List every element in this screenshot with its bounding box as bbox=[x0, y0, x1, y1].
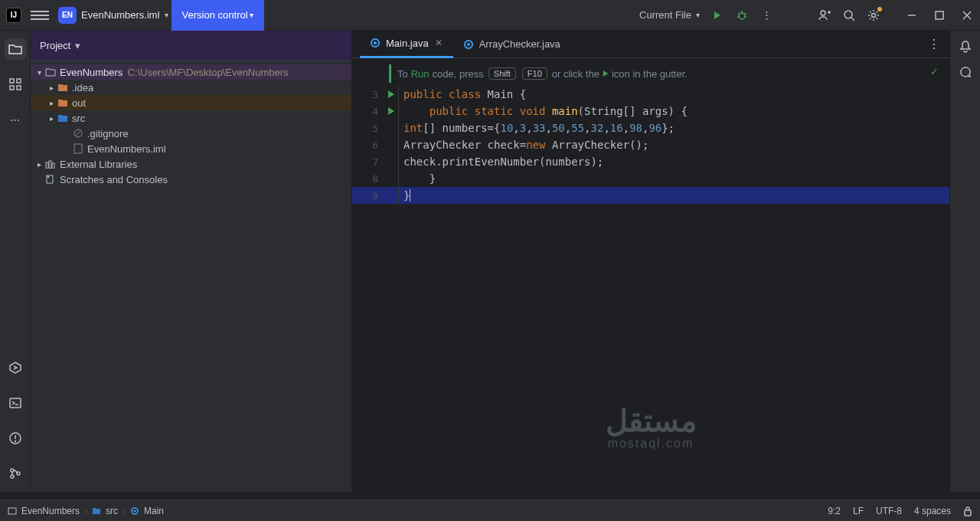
debug-button[interactable] bbox=[735, 8, 749, 22]
search-icon[interactable] bbox=[842, 8, 856, 22]
tab-arraychecker[interactable]: ArrayChecker.java bbox=[453, 31, 571, 58]
java-class-icon bbox=[464, 40, 473, 49]
code-editor[interactable]: 3public class Main { 4 public static voi… bbox=[352, 86, 949, 204]
run-button[interactable] bbox=[710, 8, 724, 22]
tree-src[interactable]: ▸ src bbox=[31, 110, 351, 126]
close-icon[interactable]: ✕ bbox=[435, 38, 443, 48]
notifications-icon[interactable] bbox=[959, 40, 972, 54]
chevron-down-icon[interactable]: ▾ bbox=[165, 11, 168, 19]
status-bar: EvenNumbers› src› Main 9:2 LF UTF-8 4 sp… bbox=[0, 500, 980, 521]
caret-position[interactable]: 9:2 bbox=[828, 506, 841, 516]
tree-iml[interactable]: EvenNumbers.iml bbox=[31, 141, 351, 156]
tree-root[interactable]: ▾ EvenNumbers C:\Users\MF\Desktop\EvenNu… bbox=[31, 64, 351, 80]
tree-out[interactable]: ▸ out bbox=[31, 95, 351, 110]
tabs-more-icon[interactable]: ⋮ bbox=[928, 37, 940, 51]
version-control-button[interactable]: Version control ▾ bbox=[172, 0, 264, 31]
tree-idea[interactable]: ▸ .idea bbox=[31, 80, 351, 95]
problems-tool-icon[interactable] bbox=[5, 428, 26, 449]
svg-point-11 bbox=[872, 13, 876, 17]
svg-point-35 bbox=[47, 176, 49, 178]
more-actions-icon[interactable]: ⋮ bbox=[760, 8, 773, 22]
project-tree: ▾ EvenNumbers C:\Users\MF\Desktop\EvenNu… bbox=[31, 61, 351, 190]
breadcrumb[interactable]: EvenNumbers› src› Main bbox=[8, 506, 164, 516]
project-name[interactable]: EvenNumbers.iml bbox=[81, 9, 160, 21]
ide-logo: IJ bbox=[6, 8, 21, 23]
project-panel-header[interactable]: Project▾ bbox=[31, 31, 351, 61]
tree-external-libs[interactable]: ▸ External Libraries bbox=[31, 156, 351, 172]
svg-rect-32 bbox=[49, 161, 51, 169]
svg-rect-19 bbox=[17, 86, 21, 90]
svg-line-2 bbox=[738, 13, 740, 15]
svg-rect-36 bbox=[8, 508, 16, 514]
svg-point-26 bbox=[11, 475, 14, 478]
svg-rect-33 bbox=[52, 163, 54, 169]
svg-point-24 bbox=[15, 441, 15, 442]
run-hint-banner: To Run code, press ShiftF10 or click the… bbox=[389, 64, 949, 83]
svg-point-9 bbox=[844, 11, 852, 18]
structure-tool-icon[interactable] bbox=[5, 74, 26, 95]
settings-icon[interactable] bbox=[867, 8, 880, 22]
run-config-selector[interactable]: Current File▾ bbox=[639, 9, 700, 21]
svg-rect-30 bbox=[74, 144, 82, 153]
tree-scratches[interactable]: Scratches and Consoles bbox=[31, 172, 351, 187]
tab-main[interactable]: Main.java ✕ bbox=[360, 31, 453, 58]
svg-point-6 bbox=[821, 11, 825, 15]
left-toolbar: ⋯ bbox=[0, 31, 31, 492]
svg-rect-13 bbox=[936, 11, 943, 19]
svg-rect-16 bbox=[10, 79, 14, 83]
watermark: مستقل mostaql.com bbox=[606, 405, 697, 450]
encoding[interactable]: UTF-8 bbox=[876, 506, 902, 516]
terminal-tool-icon[interactable] bbox=[5, 392, 26, 414]
indent[interactable]: 4 spaces bbox=[914, 506, 951, 516]
readonly-icon[interactable] bbox=[963, 506, 972, 516]
account-icon[interactable] bbox=[818, 8, 831, 22]
titlebar: IJ EN EvenNumbers.iml ▾ Version control … bbox=[0, 0, 980, 31]
ai-assistant-icon[interactable] bbox=[959, 66, 972, 80]
svg-line-29 bbox=[76, 131, 80, 136]
tree-gitignore[interactable]: .gitignore bbox=[31, 126, 351, 141]
svg-line-10 bbox=[851, 18, 854, 21]
svg-rect-37 bbox=[965, 510, 971, 516]
maximize-button[interactable] bbox=[933, 8, 946, 22]
project-badge[interactable]: EN bbox=[58, 7, 77, 24]
editor-tabs: Main.java ✕ ArrayChecker.java ⋮ bbox=[352, 31, 949, 58]
svg-rect-18 bbox=[10, 86, 14, 90]
svg-rect-17 bbox=[17, 79, 21, 83]
editor-area: Main.java ✕ ArrayChecker.java ⋮ ✓ To Run… bbox=[352, 31, 949, 492]
java-class-icon bbox=[371, 38, 380, 48]
main-menu-button[interactable] bbox=[31, 6, 49, 25]
right-toolbar bbox=[949, 31, 980, 492]
line-ending[interactable]: LF bbox=[853, 506, 864, 516]
inspection-ok-icon[interactable]: ✓ bbox=[930, 66, 939, 77]
svg-rect-31 bbox=[46, 162, 48, 169]
project-tool-icon[interactable] bbox=[5, 38, 26, 60]
svg-line-3 bbox=[744, 13, 746, 15]
services-tool-icon[interactable] bbox=[5, 357, 26, 378]
minimize-button[interactable] bbox=[905, 8, 919, 22]
git-tool-icon[interactable] bbox=[5, 463, 26, 484]
more-tools-icon[interactable]: ⋯ bbox=[5, 109, 26, 130]
project-panel: Project▾ ▾ EvenNumbers C:\Users\MF\Deskt… bbox=[31, 31, 352, 492]
svg-point-25 bbox=[11, 469, 14, 472]
close-button[interactable] bbox=[960, 8, 974, 22]
